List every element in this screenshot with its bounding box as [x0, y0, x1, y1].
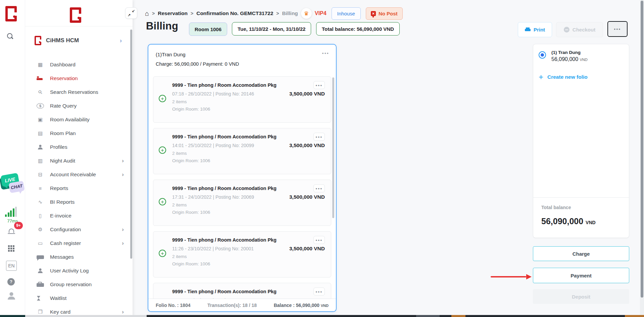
user-log-icon: [37, 268, 44, 273]
transaction-menu-button[interactable]: •••: [313, 236, 325, 244]
transaction-meta: 14:01 - 25/10/2022 | Posting No: 20099: [172, 143, 254, 148]
help-icon[interactable]: ?: [7, 278, 15, 286]
invoice-document-icon: ▯: [37, 213, 44, 219]
folio-selection-panel: (1) Tran Dung 56,090,000 VND + Create ne…: [533, 44, 629, 238]
taskbar-edge: [0, 315, 644, 317]
sidebar-item-waitlist[interactable]: Waitlist: [25, 291, 133, 305]
sidebar-item-group-reservation[interactable]: Group reservation: [25, 277, 133, 291]
live-chat-widget[interactable]: LIVE CHAT: [0, 171, 27, 205]
transaction-origin-room: Origin Room: 1006: [172, 158, 325, 163]
transaction-meta: 07:18 - 26/10/2022 | Posting No: 20146: [172, 91, 254, 97]
money-icon: ⊟: [37, 172, 44, 178]
print-button[interactable]: Print: [518, 22, 552, 37]
transaction-amount: 3,500,000 VND: [289, 142, 325, 148]
payment-button[interactable]: Payment: [533, 268, 629, 283]
transaction-menu-button[interactable]: •••: [313, 184, 325, 192]
radio-selected-icon[interactable]: [539, 51, 546, 59]
ellipsis-icon: •••: [322, 51, 329, 56]
transaction-items-count: 2 items: [172, 202, 325, 207]
sidebar-item-reports[interactable]: ≡ Reports: [25, 181, 133, 195]
folio-menu-button[interactable]: •••: [322, 51, 329, 56]
sidebar-item-user-activity-log[interactable]: User Activity Log: [25, 264, 133, 277]
expand-transaction-icon[interactable]: +: [159, 198, 166, 205]
transaction-title: 9999 - Tien phong / Room Accomodation Pk…: [172, 81, 277, 88]
breadcrumb: ⌂ > Reservation > Confirmation No. GEMCT…: [145, 7, 403, 20]
room-badge: Room 1006: [189, 22, 227, 36]
page-scrollbar[interactable]: [640, 0, 644, 315]
arrow-collapse-icon: ↙: [132, 9, 135, 13]
folio-option[interactable]: (1) Tran Dung 56,090,000 VND: [539, 50, 588, 62]
breadcrumb-separator: >: [276, 11, 279, 16]
create-new-folio-button[interactable]: + Create new folio: [539, 73, 588, 81]
sidebar-item-room-availability[interactable]: ▣ Room Availability: [25, 113, 133, 126]
charge-button[interactable]: Charge: [533, 246, 629, 261]
transaction-amount: 3,500,000 VND: [289, 246, 325, 252]
gear-icon: ⚙: [37, 227, 44, 233]
sidebar-item-cash-register[interactable]: ▭ Cash register ›: [25, 236, 133, 250]
transaction-menu-button[interactable]: •••: [313, 81, 325, 89]
no-post-button[interactable]: ✕ No Post: [366, 7, 403, 20]
page-scrollbar-thumb[interactable]: [641, 1, 643, 298]
home-icon[interactable]: ⌂: [145, 10, 149, 17]
sidebar-item-configuration[interactable]: ⚙ Configuration ›: [25, 223, 133, 236]
chevron-right-icon: ›: [122, 240, 124, 247]
sidebar-scrollbar[interactable]: [130, 29, 132, 259]
calendar-icon: ▣: [37, 117, 44, 123]
sidebar-item-reservation[interactable]: Reservation: [25, 71, 133, 85]
folio-option-amount: 56,090,000 VND: [551, 56, 588, 62]
expand-transaction-icon[interactable]: +: [159, 250, 166, 257]
sidebar-item-account-receivable[interactable]: ⊟ Account Receivable ›: [25, 168, 133, 181]
sidebar-item-rate-query[interactable]: $ Rate Query: [25, 99, 133, 113]
more-actions-button[interactable]: •••: [607, 21, 628, 37]
crown-icon: ♛: [304, 11, 309, 16]
transaction-menu-button[interactable]: •••: [313, 288, 325, 296]
sidebar-item-dashboard[interactable]: ▦ Dashboard: [25, 58, 133, 71]
user-avatar[interactable]: [7, 292, 15, 300]
transaction-card[interactable]: + 9999 - Tien phong / Room Accomodation …: [153, 128, 331, 174]
transaction-card[interactable]: + 9999 - Tien phong / Room Accomodation …: [153, 76, 331, 123]
transaction-amount: 3,500,000 VND: [289, 194, 325, 200]
collapse-sidebar-button[interactable]: ↙↗: [125, 7, 137, 19]
currency-unit: VND: [321, 304, 329, 308]
sidebar-item-label: Group reservation: [50, 281, 124, 288]
property-selector[interactable]: CiHMS HCM ›: [25, 32, 133, 49]
chevron-right-icon[interactable]: ›: [120, 37, 122, 44]
bell-icon[interactable]: [9, 229, 14, 233]
sidebar-item-messages[interactable]: Messages: [25, 250, 133, 264]
bed-icon: [37, 76, 44, 80]
expand-transaction-icon[interactable]: +: [159, 146, 166, 154]
sidebar-item-room-plan[interactable]: ▤ Room Plan: [25, 126, 133, 140]
breadcrumb-confirmation[interactable]: Confirmation No. GEMCT31722: [196, 10, 273, 16]
property-name: CiHMS HCM: [46, 37, 120, 44]
transaction-card[interactable]: + 9999 - Tien phong / Room Accomodation …: [153, 283, 331, 299]
sidebar-item-search-reservations[interactable]: ⚲ Search Reservations: [25, 85, 133, 99]
transaction-list: + 9999 - Tien phong / Room Accomodation …: [153, 76, 331, 299]
transaction-list-scrollbar[interactable]: [332, 77, 334, 218]
sidebar-item-e-invoice[interactable]: ▯ E-invoice: [25, 209, 133, 223]
sidebar-item-night-audit[interactable]: ▥ Night Audit ›: [25, 154, 133, 168]
sidebar-item-bi-reports[interactable]: ∿ BI Reports: [25, 195, 133, 209]
breadcrumb-billing: Billing: [282, 10, 298, 16]
expand-transaction-icon[interactable]: +: [159, 95, 166, 102]
transaction-items-count: 2 items: [172, 99, 325, 104]
print-label: Print: [534, 27, 545, 33]
transaction-menu-button[interactable]: •••: [313, 133, 325, 141]
currency-unit: VND: [586, 220, 596, 225]
sidebar-item-label: Reports: [50, 185, 124, 191]
apps-grid-icon[interactable]: [8, 245, 10, 247]
divider: [25, 26, 133, 26]
transaction-title: 9999 - Tien phong / Room Accomodation Pk…: [172, 236, 277, 243]
vip-level-label: VIP4: [315, 10, 327, 16]
sidebar-item-profiles[interactable]: Profiles: [25, 140, 133, 154]
sidebar-item-label: BI Reports: [50, 199, 124, 205]
transaction-card[interactable]: + 9999 - Tien phong / Room Accomodation …: [153, 231, 331, 277]
breadcrumb-reservation[interactable]: Reservation: [158, 10, 188, 16]
cihms-logo-icon[interactable]: [5, 6, 17, 21]
language-selector[interactable]: EN: [6, 261, 17, 271]
sidebar-menu: ▦ Dashboard Reservation ⚲ Search Reserva…: [25, 58, 133, 317]
transaction-title: 9999 - Tien phong / Room Accomodation Pk…: [172, 133, 277, 139]
chevron-right-icon: ›: [122, 171, 124, 178]
inhouse-status-button[interactable]: Inhouse: [332, 7, 361, 20]
transaction-card[interactable]: + 9999 - Tien phong / Room Accomodation …: [153, 180, 331, 226]
search-icon[interactable]: [7, 33, 13, 40]
